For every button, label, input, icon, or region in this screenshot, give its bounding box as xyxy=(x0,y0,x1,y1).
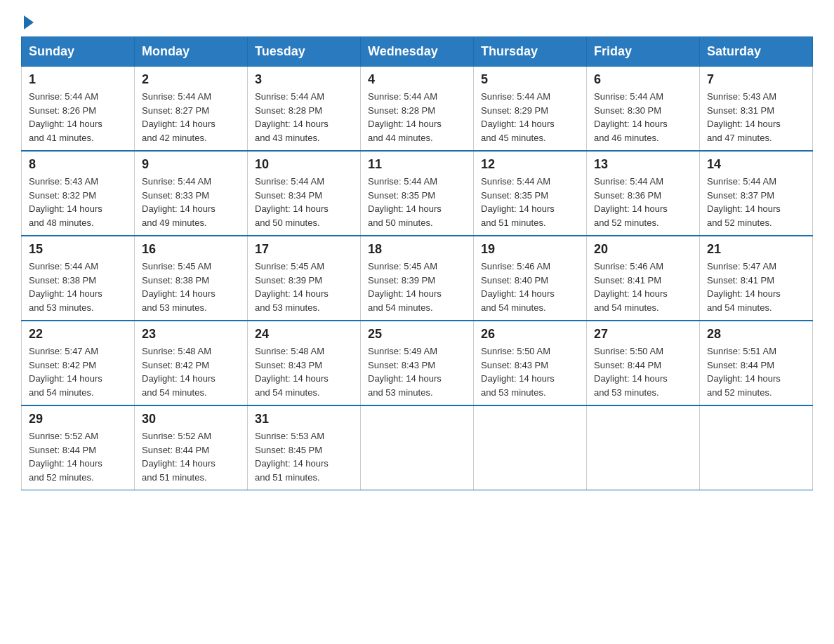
day-number: 3 xyxy=(255,72,353,87)
day-number: 1 xyxy=(29,72,127,87)
calendar-table: SundayMondayTuesdayWednesdayThursdayFrid… xyxy=(21,36,813,490)
weekday-header-wednesday: Wednesday xyxy=(361,37,474,67)
calendar-cell: 8 Sunrise: 5:43 AM Sunset: 8:32 PM Dayli… xyxy=(22,151,135,236)
day-number: 12 xyxy=(481,157,579,172)
day-info: Sunrise: 5:44 AM Sunset: 8:34 PM Dayligh… xyxy=(255,175,353,229)
day-number: 16 xyxy=(142,242,240,257)
day-info: Sunrise: 5:44 AM Sunset: 8:29 PM Dayligh… xyxy=(481,90,579,145)
day-number: 18 xyxy=(368,242,466,257)
calendar-cell: 15 Sunrise: 5:44 AM Sunset: 8:38 PM Dayl… xyxy=(22,236,135,321)
weekday-header-monday: Monday xyxy=(135,37,248,67)
weekday-header-tuesday: Tuesday xyxy=(248,37,361,67)
day-info: Sunrise: 5:48 AM Sunset: 8:43 PM Dayligh… xyxy=(255,344,353,399)
weekday-header-row: SundayMondayTuesdayWednesdayThursdayFrid… xyxy=(22,37,813,67)
calendar-cell: 20 Sunrise: 5:46 AM Sunset: 8:41 PM Dayl… xyxy=(587,236,700,321)
calendar-week-row: 22 Sunrise: 5:47 AM Sunset: 8:42 PM Dayl… xyxy=(22,321,813,405)
calendar-week-row: 8 Sunrise: 5:43 AM Sunset: 8:32 PM Dayli… xyxy=(22,151,813,236)
day-info: Sunrise: 5:45 AM Sunset: 8:39 PM Dayligh… xyxy=(368,260,466,314)
day-info: Sunrise: 5:44 AM Sunset: 8:37 PM Dayligh… xyxy=(707,175,805,229)
day-info: Sunrise: 5:52 AM Sunset: 8:44 PM Dayligh… xyxy=(142,429,240,484)
day-number: 28 xyxy=(707,327,805,342)
calendar-cell: 1 Sunrise: 5:44 AM Sunset: 8:26 PM Dayli… xyxy=(22,67,135,152)
calendar-cell: 13 Sunrise: 5:44 AM Sunset: 8:36 PM Dayl… xyxy=(587,151,700,236)
day-number: 19 xyxy=(481,242,579,257)
calendar-cell: 24 Sunrise: 5:48 AM Sunset: 8:43 PM Dayl… xyxy=(248,321,361,405)
day-info: Sunrise: 5:43 AM Sunset: 8:31 PM Dayligh… xyxy=(707,90,805,145)
day-info: Sunrise: 5:45 AM Sunset: 8:38 PM Dayligh… xyxy=(142,260,240,314)
day-info: Sunrise: 5:45 AM Sunset: 8:39 PM Dayligh… xyxy=(255,260,353,314)
day-info: Sunrise: 5:44 AM Sunset: 8:28 PM Dayligh… xyxy=(368,90,466,145)
calendar-cell: 6 Sunrise: 5:44 AM Sunset: 8:30 PM Dayli… xyxy=(587,67,700,152)
page-header xyxy=(21,14,813,29)
day-number: 11 xyxy=(368,157,466,172)
calendar-cell: 22 Sunrise: 5:47 AM Sunset: 8:42 PM Dayl… xyxy=(22,321,135,405)
day-number: 9 xyxy=(142,157,240,172)
calendar-week-row: 15 Sunrise: 5:44 AM Sunset: 8:38 PM Dayl… xyxy=(22,236,813,321)
day-info: Sunrise: 5:44 AM Sunset: 8:27 PM Dayligh… xyxy=(142,90,240,145)
calendar-cell: 7 Sunrise: 5:43 AM Sunset: 8:31 PM Dayli… xyxy=(700,67,813,152)
calendar-cell: 17 Sunrise: 5:45 AM Sunset: 8:39 PM Dayl… xyxy=(248,236,361,321)
logo-triangle-icon xyxy=(24,15,34,29)
day-number: 23 xyxy=(142,327,240,342)
calendar-cell: 10 Sunrise: 5:44 AM Sunset: 8:34 PM Dayl… xyxy=(248,151,361,236)
day-info: Sunrise: 5:51 AM Sunset: 8:44 PM Dayligh… xyxy=(707,344,805,399)
calendar-cell: 5 Sunrise: 5:44 AM Sunset: 8:29 PM Dayli… xyxy=(474,67,587,152)
day-number: 21 xyxy=(707,242,805,257)
day-info: Sunrise: 5:47 AM Sunset: 8:42 PM Dayligh… xyxy=(29,344,127,399)
calendar-cell: 11 Sunrise: 5:44 AM Sunset: 8:35 PM Dayl… xyxy=(361,151,474,236)
day-info: Sunrise: 5:44 AM Sunset: 8:35 PM Dayligh… xyxy=(481,175,579,229)
day-number: 25 xyxy=(368,327,466,342)
day-number: 7 xyxy=(707,72,805,87)
day-number: 5 xyxy=(481,72,579,87)
day-number: 20 xyxy=(594,242,692,257)
calendar-cell: 9 Sunrise: 5:44 AM Sunset: 8:33 PM Dayli… xyxy=(135,151,248,236)
calendar-cell: 25 Sunrise: 5:49 AM Sunset: 8:43 PM Dayl… xyxy=(361,321,474,405)
calendar-cell xyxy=(587,405,700,490)
day-info: Sunrise: 5:43 AM Sunset: 8:32 PM Dayligh… xyxy=(29,175,127,229)
calendar-cell: 2 Sunrise: 5:44 AM Sunset: 8:27 PM Dayli… xyxy=(135,67,248,152)
day-number: 15 xyxy=(29,242,127,257)
calendar-cell: 12 Sunrise: 5:44 AM Sunset: 8:35 PM Dayl… xyxy=(474,151,587,236)
calendar-cell xyxy=(361,405,474,490)
calendar-cell: 29 Sunrise: 5:52 AM Sunset: 8:44 PM Dayl… xyxy=(22,405,135,490)
calendar-cell: 19 Sunrise: 5:46 AM Sunset: 8:40 PM Dayl… xyxy=(474,236,587,321)
calendar-cell: 27 Sunrise: 5:50 AM Sunset: 8:44 PM Dayl… xyxy=(587,321,700,405)
day-info: Sunrise: 5:46 AM Sunset: 8:41 PM Dayligh… xyxy=(594,260,692,314)
day-number: 8 xyxy=(29,157,127,172)
calendar-cell: 28 Sunrise: 5:51 AM Sunset: 8:44 PM Dayl… xyxy=(700,321,813,405)
calendar-week-row: 29 Sunrise: 5:52 AM Sunset: 8:44 PM Dayl… xyxy=(22,405,813,490)
day-number: 30 xyxy=(142,412,240,427)
day-info: Sunrise: 5:44 AM Sunset: 8:26 PM Dayligh… xyxy=(29,90,127,145)
day-info: Sunrise: 5:44 AM Sunset: 8:33 PM Dayligh… xyxy=(142,175,240,229)
day-number: 10 xyxy=(255,157,353,172)
calendar-cell: 30 Sunrise: 5:52 AM Sunset: 8:44 PM Dayl… xyxy=(135,405,248,490)
day-info: Sunrise: 5:44 AM Sunset: 8:30 PM Dayligh… xyxy=(594,90,692,145)
calendar-cell: 23 Sunrise: 5:48 AM Sunset: 8:42 PM Dayl… xyxy=(135,321,248,405)
day-info: Sunrise: 5:46 AM Sunset: 8:40 PM Dayligh… xyxy=(481,260,579,314)
day-number: 29 xyxy=(29,412,127,427)
day-number: 31 xyxy=(255,412,353,427)
day-info: Sunrise: 5:49 AM Sunset: 8:43 PM Dayligh… xyxy=(368,344,466,399)
weekday-header-friday: Friday xyxy=(587,37,700,67)
day-number: 24 xyxy=(255,327,353,342)
weekday-header-thursday: Thursday xyxy=(474,37,587,67)
day-number: 2 xyxy=(142,72,240,87)
calendar-cell xyxy=(474,405,587,490)
day-info: Sunrise: 5:47 AM Sunset: 8:41 PM Dayligh… xyxy=(707,260,805,314)
logo xyxy=(21,14,34,29)
day-info: Sunrise: 5:44 AM Sunset: 8:38 PM Dayligh… xyxy=(29,260,127,314)
weekday-header-saturday: Saturday xyxy=(700,37,813,67)
day-number: 17 xyxy=(255,242,353,257)
day-number: 22 xyxy=(29,327,127,342)
logo-top xyxy=(21,14,34,29)
day-number: 4 xyxy=(368,72,466,87)
calendar-cell: 4 Sunrise: 5:44 AM Sunset: 8:28 PM Dayli… xyxy=(361,67,474,152)
day-info: Sunrise: 5:50 AM Sunset: 8:43 PM Dayligh… xyxy=(481,344,579,399)
calendar-week-row: 1 Sunrise: 5:44 AM Sunset: 8:26 PM Dayli… xyxy=(22,67,813,152)
calendar-cell: 26 Sunrise: 5:50 AM Sunset: 8:43 PM Dayl… xyxy=(474,321,587,405)
day-info: Sunrise: 5:53 AM Sunset: 8:45 PM Dayligh… xyxy=(255,429,353,484)
day-number: 6 xyxy=(594,72,692,87)
day-number: 13 xyxy=(594,157,692,172)
day-number: 26 xyxy=(481,327,579,342)
day-info: Sunrise: 5:44 AM Sunset: 8:35 PM Dayligh… xyxy=(368,175,466,229)
